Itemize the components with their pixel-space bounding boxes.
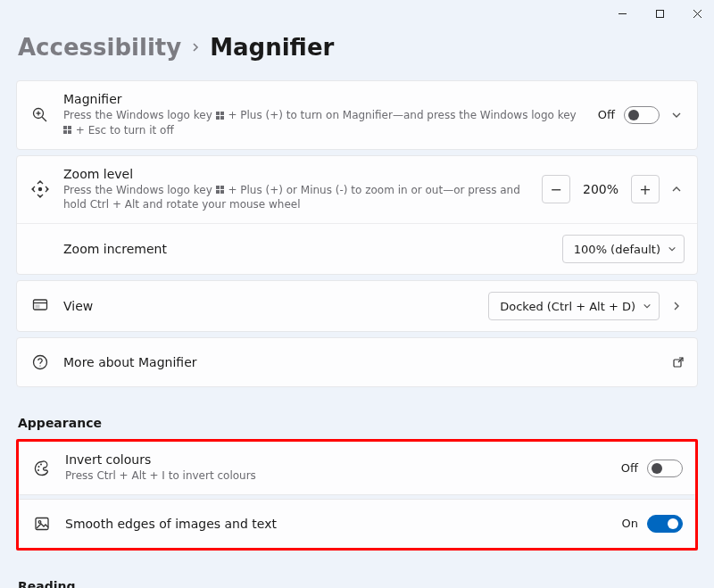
view-card: View Docked (Ctrl + Alt + D): [16, 280, 698, 332]
smooth-state-label: On: [622, 517, 638, 530]
zoom-increment-row: Zoom increment 100% (default): [17, 223, 697, 274]
chevron-down-icon[interactable]: [668, 110, 685, 120]
svg-rect-11: [220, 116, 224, 120]
external-link-icon: [672, 356, 685, 369]
invert-colours-toggle[interactable]: [647, 460, 683, 477]
windows-logo-icon: [63, 126, 72, 135]
zoom-card: Zoom level Press the Windows logo key + …: [16, 155, 698, 276]
view-row[interactable]: View Docked (Ctrl + Alt + D): [17, 281, 697, 331]
smooth-edges-card: Smooth edges of images and text On: [19, 499, 695, 548]
svg-point-16: [38, 187, 42, 191]
svg-rect-15: [68, 130, 71, 134]
svg-point-29: [40, 463, 42, 465]
magnifier-toggle[interactable]: [624, 106, 660, 124]
invert-colours-title: Invert colours: [65, 452, 609, 467]
zoom-increase-button[interactable]: +: [631, 175, 660, 203]
minimize-button[interactable]: [612, 4, 632, 23]
svg-point-28: [38, 466, 40, 468]
close-button[interactable]: [687, 4, 707, 23]
windows-logo-icon: [216, 186, 225, 195]
zoom-icon: [29, 180, 51, 198]
chevron-right-icon[interactable]: [668, 301, 685, 311]
magnifier-state-label: Off: [598, 108, 615, 121]
zoom-value: 200%: [579, 182, 622, 196]
magnifier-description: Press the Windows logo key + Plus (+) to…: [63, 108, 585, 138]
view-icon: [29, 297, 51, 315]
windows-logo-icon: [216, 112, 225, 120]
svg-rect-1: [656, 10, 663, 17]
window-titlebar: [0, 0, 714, 27]
view-dropdown[interactable]: Docked (Ctrl + Alt + D): [488, 292, 660, 320]
appearance-header: Appearance: [18, 416, 698, 430]
chevron-up-icon[interactable]: [668, 184, 685, 195]
view-title: View: [63, 299, 476, 313]
invert-colours-card: Invert colours Press Ctrl + Alt + I to i…: [19, 442, 695, 495]
svg-rect-13: [68, 126, 71, 129]
svg-line-5: [42, 117, 46, 121]
more-about-row[interactable]: More about Magnifier: [17, 338, 697, 386]
invert-state-label: Off: [621, 461, 638, 475]
svg-rect-10: [216, 116, 220, 120]
appearance-highlight: Invert colours Press Ctrl + Alt + I to i…: [16, 439, 698, 551]
image-icon: [31, 515, 53, 533]
svg-rect-23: [36, 305, 40, 309]
smooth-edges-title: Smooth edges of images and text: [65, 517, 610, 531]
svg-rect-19: [216, 190, 220, 194]
magnifier-card: Magnifier Press the Windows logo key + P…: [16, 80, 698, 150]
breadcrumb-parent[interactable]: Accessibility: [18, 34, 181, 61]
svg-rect-18: [220, 186, 224, 189]
svg-rect-20: [220, 190, 224, 194]
more-about-title: More about Magnifier: [63, 355, 660, 369]
svg-point-30: [37, 469, 39, 471]
svg-point-25: [39, 366, 40, 367]
invert-colours-row: Invert colours Press Ctrl + Alt + I to i…: [19, 442, 695, 494]
breadcrumb-current: Magnifier: [210, 34, 334, 61]
magnifier-icon: [29, 106, 51, 124]
zoom-increment-dropdown[interactable]: 100% (default): [562, 235, 685, 263]
zoom-title: Zoom level: [63, 167, 529, 181]
help-icon: [29, 353, 51, 371]
reading-header: Reading: [18, 579, 698, 588]
breadcrumb: Accessibility Magnifier: [18, 34, 698, 61]
zoom-level-row[interactable]: Zoom level Press the Windows logo key + …: [17, 156, 697, 224]
palette-icon: [31, 460, 53, 477]
svg-rect-17: [216, 186, 220, 189]
more-about-card: More about Magnifier: [16, 337, 698, 387]
invert-colours-description: Press Ctrl + Alt + I to invert colours: [65, 468, 609, 484]
magnifier-title: Magnifier: [63, 92, 585, 106]
magnifier-row[interactable]: Magnifier Press the Windows logo key + P…: [17, 81, 697, 149]
zoom-decrease-button[interactable]: −: [542, 175, 570, 203]
maximize-button[interactable]: [650, 4, 669, 23]
svg-rect-14: [63, 130, 67, 134]
smooth-edges-toggle[interactable]: [647, 515, 683, 533]
svg-rect-9: [220, 112, 224, 115]
chevron-down-icon: [668, 244, 677, 253]
zoom-increment-title: Zoom increment: [63, 242, 550, 256]
svg-rect-8: [216, 112, 220, 115]
smooth-edges-row: Smooth edges of images and text On: [19, 500, 695, 548]
svg-rect-12: [63, 126, 67, 129]
svg-point-32: [38, 521, 41, 524]
chevron-down-icon: [643, 302, 652, 311]
zoom-description: Press the Windows logo key + Plus (+) or…: [63, 183, 529, 213]
chevron-right-icon: [190, 42, 201, 53]
